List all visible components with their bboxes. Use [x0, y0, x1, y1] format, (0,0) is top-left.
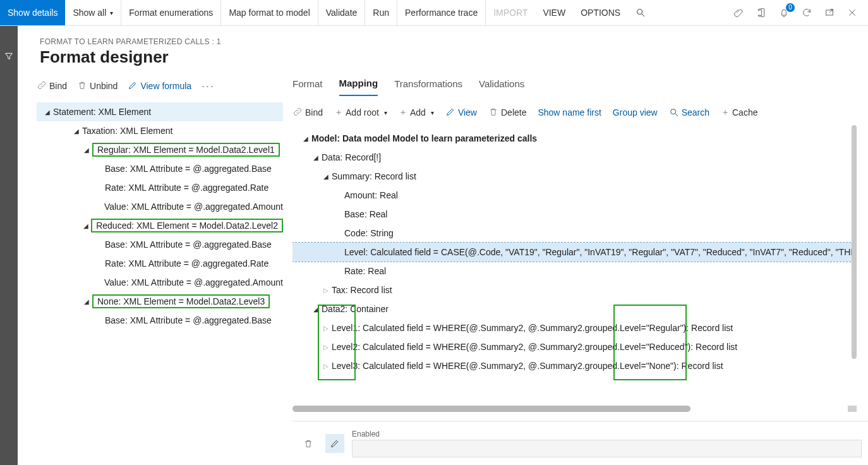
right-tabs: Format Mapping Transformations Validatio… [292, 73, 868, 97]
delete-property-button[interactable] [299, 434, 318, 453]
tree-node-amount[interactable]: ◢Amount: Real [292, 186, 857, 205]
format-enumerations-button[interactable]: Format enumerations [121, 0, 221, 25]
plus-icon: ＋ [721, 107, 730, 118]
import-button[interactable]: IMPORT [486, 0, 535, 25]
add-root-button[interactable]: ＋Add root▾ [334, 107, 387, 118]
pencil-icon [128, 80, 138, 92]
top-toolbar: Show details Show all ▾ Format enumerati… [0, 0, 868, 26]
tab-mapping[interactable]: Mapping [339, 74, 378, 96]
search-button[interactable]: Search [669, 107, 709, 118]
properties-strip: Enabled [292, 421, 868, 465]
run-button[interactable]: Run [365, 0, 397, 25]
tree-node-level1[interactable]: ▷Level1: Calculated field = WHERE(@.Summ… [292, 318, 857, 337]
tree-node-none-base[interactable]: ◢Base: XML Attribute = @.aggregated.Base [37, 311, 283, 330]
bind-button-r[interactable]: Bind [292, 107, 323, 119]
tree-node-level[interactable]: ◢Level: Calculated field = CASE(@.Code, … [292, 243, 857, 262]
main-area: FORMAT TO LEARN PARAMETERIZED CALLS : 1 … [18, 26, 868, 465]
show-name-first-button[interactable]: Show name first [538, 107, 601, 118]
tree-node-reduced[interactable]: ◢Reduced: XML Element = Model.Data2.Leve… [37, 216, 283, 235]
chevron-down-icon: ▾ [384, 109, 387, 116]
tree-node-reduced-rate[interactable]: ◢Rate: XML Attribute = @.aggregated.Rate [37, 254, 283, 273]
tree-node-summary[interactable]: ◢Summary: Record list [292, 167, 857, 186]
svg-point-0 [637, 9, 642, 15]
view-button-r[interactable]: View [445, 107, 477, 119]
bind-button[interactable]: Bind [37, 80, 67, 92]
plus-icon: ＋ [399, 107, 407, 118]
refresh-icon[interactable] [801, 7, 812, 18]
format-tree[interactable]: ◢Statement: XML Element ◢Taxation: XML E… [37, 99, 283, 465]
enabled-field-wrap: Enabled [352, 430, 862, 457]
cache-button[interactable]: ＋Cache [721, 107, 757, 118]
left-rail [0, 26, 18, 465]
chevron-down-icon: ▾ [431, 109, 434, 116]
tree-node-level3[interactable]: ▷Level3: Calculated field = WHERE(@.Summ… [292, 356, 857, 375]
tree-node-tax[interactable]: ▷Tax: Record list [292, 281, 857, 299]
trash-icon [488, 107, 498, 119]
mapping-panel: Format Mapping Transformations Validatio… [283, 73, 868, 465]
vertical-scrollbar[interactable] [852, 125, 857, 359]
tab-transformations[interactable]: Transformations [394, 75, 462, 95]
tree-node-none[interactable]: ◢None: XML Element = Model.Data2.Level3 [37, 292, 283, 311]
more-icon[interactable]: ··· [202, 80, 215, 93]
search-icon [669, 107, 679, 118]
tree-node-regular[interactable]: ◢Regular: XML Element = Model.Data2.Leve… [37, 140, 283, 159]
unbind-button[interactable]: Unbind [77, 80, 118, 92]
tree-node-data2[interactable]: ◢Data2: Container [292, 299, 857, 318]
format-tree-panel: Bind Unbind View formula ··· ◢Stat [18, 73, 283, 465]
bell-icon[interactable]: 0 [778, 7, 790, 18]
open-window-icon[interactable] [824, 7, 835, 18]
tree-node-reduced-base[interactable]: ◢Base: XML Attribute = @.aggregated.Base [37, 235, 283, 254]
performance-trace-button[interactable]: Performance trace [397, 0, 486, 25]
trash-icon [77, 80, 87, 92]
tree-node-regular-rate[interactable]: ◢Rate: XML Attribute = @.aggregated.Rate [37, 178, 283, 197]
topbar-right-icons: 0 [723, 0, 868, 25]
search-icon [636, 8, 646, 18]
options-button[interactable]: OPTIONS [573, 0, 628, 25]
chevron-down-icon: ▾ [110, 9, 113, 16]
svg-line-6 [675, 114, 678, 116]
tab-validations[interactable]: Validations [479, 75, 524, 95]
breadcrumb: FORMAT TO LEARN PARAMETERIZED CALLS : 1 [18, 26, 868, 46]
map-format-to-model-button[interactable]: Map format to model [221, 0, 318, 25]
tree-node-regular-value[interactable]: ◢Value: XML Attribute = @.aggregated.Amo… [37, 197, 283, 216]
pencil-icon [445, 107, 455, 119]
tree-node-model[interactable]: ◢Model: Data model Model to learn parame… [292, 129, 857, 148]
mapping-tree[interactable]: ◢Model: Data model Model to learn parame… [292, 125, 857, 412]
tab-format[interactable]: Format [292, 75, 323, 95]
show-all-label: Show all [73, 8, 106, 18]
validate-button[interactable]: Validate [318, 0, 366, 25]
tree-node-rate[interactable]: ◢Rate: Real [292, 262, 857, 281]
tree-node-regular-base[interactable]: ◢Base: XML Attribute = @.aggregated.Base [37, 159, 283, 178]
attachment-icon[interactable] [733, 7, 744, 18]
horizontal-scrollbar-track-end[interactable] [848, 406, 857, 412]
tree-node-statement[interactable]: ◢Statement: XML Element [37, 102, 283, 121]
right-subtoolbar: Bind ＋Add root▾ ＋Add▾ View Delete Show n… [292, 100, 868, 125]
group-view-button[interactable]: Group view [613, 107, 658, 118]
search-toolbar-button[interactable] [628, 0, 653, 25]
tree-node-data[interactable]: ◢Data: Record[!] [292, 148, 857, 167]
tree-node-taxation[interactable]: ◢Taxation: XML Element [37, 121, 283, 140]
plus-icon: ＋ [334, 107, 343, 118]
office-icon[interactable] [756, 7, 767, 18]
tree-node-base[interactable]: ◢Base: Real [292, 205, 857, 224]
svg-line-1 [642, 14, 644, 16]
link-icon [292, 107, 303, 119]
show-details-button[interactable]: Show details [0, 0, 65, 25]
filter-icon[interactable] [4, 51, 14, 63]
enabled-label: Enabled [352, 430, 862, 438]
enabled-input[interactable] [352, 440, 862, 457]
view-formula-button[interactable]: View formula [128, 80, 191, 92]
add-button[interactable]: ＋Add▾ [399, 107, 434, 118]
show-all-button[interactable]: Show all ▾ [65, 0, 121, 25]
link-icon [37, 80, 47, 92]
tree-node-level2[interactable]: ▷Level2: Calculated field = WHERE(@.Summ… [292, 337, 857, 356]
view-button[interactable]: VIEW [535, 0, 573, 25]
horizontal-scrollbar[interactable] [292, 406, 690, 412]
bell-badge: 0 [786, 3, 795, 12]
tree-node-reduced-value[interactable]: ◢Value: XML Attribute = @.aggregated.Amo… [37, 273, 283, 292]
tree-node-code[interactable]: ◢Code: String [292, 224, 857, 243]
delete-button[interactable]: Delete [488, 107, 526, 119]
left-subtoolbar: Bind Unbind View formula ··· [37, 73, 283, 99]
edit-property-button[interactable] [325, 434, 344, 453]
close-icon[interactable] [847, 7, 858, 18]
